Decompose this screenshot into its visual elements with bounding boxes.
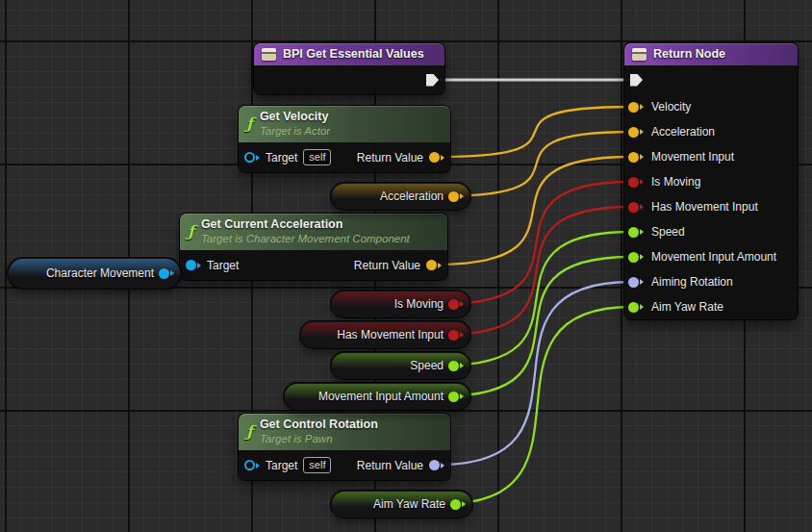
return-pin-row: Acceleration	[624, 119, 798, 144]
output-pin[interactable]	[448, 361, 464, 371]
return-pin-row: Movement Input Amount	[624, 244, 798, 269]
return-value-pin[interactable]	[426, 260, 442, 270]
var-node-acceleration[interactable]: Acceleration	[331, 183, 470, 210]
return-pin-list: VelocityAccelerationMovement InputIs Mov…	[624, 94, 798, 319]
pin-label: Target	[266, 459, 297, 472]
pin-label: Movement Input	[651, 150, 734, 164]
return-pin-row: Speed	[624, 219, 798, 244]
blueprint-graph-canvas[interactable]: BPI Get Essential Values Return Node Vel…	[0, 0, 812, 532]
return-value-pin[interactable]	[429, 460, 444, 470]
output-pin[interactable]	[450, 499, 466, 510]
var-label: Acceleration	[380, 190, 444, 203]
node-header[interactable]: ƒ Get Velocity Target is Actor	[239, 106, 450, 142]
output-pin[interactable]	[448, 191, 464, 202]
target-pin[interactable]	[244, 460, 260, 470]
output-pin[interactable]	[159, 268, 174, 279]
return-pin-row: Aiming Rotation	[624, 269, 798, 294]
input-pin-movement-input[interactable]	[628, 152, 644, 163]
exec-out-pin[interactable]	[426, 74, 439, 87]
input-pin-is-moving[interactable]	[628, 177, 644, 188]
var-node-has-movement-input[interactable]: Has Movement Input	[300, 321, 470, 348]
pin-label: Has Movement Input	[651, 200, 758, 214]
self-context-box[interactable]: self	[303, 149, 331, 165]
var-label: Is Moving	[394, 297, 444, 311]
output-pin[interactable]	[448, 299, 464, 310]
node-header[interactable]: ƒ Get Current Acceleration Target is Cha…	[180, 214, 447, 250]
function-icon: ƒ	[188, 225, 194, 239]
pin-label: Aiming Rotation	[651, 275, 733, 289]
node-subtitle: Target is Actor	[260, 124, 330, 139]
input-pin-acceleration[interactable]	[628, 127, 644, 138]
var-label: Character Movement	[46, 266, 154, 280]
node-title: Get Control Rotation	[260, 417, 378, 432]
pin-label: Movement Input Amount	[651, 250, 776, 264]
node-return[interactable]: Return Node VelocityAccelerationMovement…	[624, 43, 798, 319]
function-icon: ƒ	[246, 117, 253, 131]
wire-speed[interactable]	[442, 232, 631, 366]
function-result-icon	[632, 48, 647, 61]
input-pin-velocity[interactable]	[628, 102, 644, 113]
node-title: BPI Get Essential Values	[283, 46, 424, 62]
wire-has-movement-input[interactable]	[442, 207, 631, 335]
return-pin-row: Is Moving	[624, 169, 798, 194]
var-label: Speed	[410, 359, 444, 372]
input-pin-speed[interactable]	[628, 227, 644, 238]
node-get-current-acceleration[interactable]: ƒ Get Current Acceleration Target is Cha…	[180, 214, 447, 280]
var-node-is-moving[interactable]: Is Moving	[331, 291, 470, 317]
pin-label: Acceleration	[651, 125, 715, 139]
wire-acceleration[interactable]	[442, 132, 631, 196]
input-pin-aim-yaw-rate[interactable]	[628, 302, 644, 313]
wire-is-moving[interactable]	[442, 182, 631, 304]
node-title: Get Current Acceleration	[201, 216, 410, 232]
pin-label: Velocity	[651, 100, 691, 114]
return-pin-row: Movement Input	[624, 144, 798, 169]
var-label: Aim Yaw Rate	[373, 497, 445, 511]
var-node-speed[interactable]: Speed	[331, 352, 470, 379]
return-pin-row: Has Movement Input	[624, 194, 798, 219]
var-label: Movement Input Amount	[318, 390, 444, 403]
target-pin[interactable]	[244, 152, 260, 163]
node-get-velocity[interactable]: ƒ Get Velocity Target is Actor Target se…	[239, 106, 450, 172]
return-pin-row: Aim Yaw Rate	[624, 294, 798, 319]
return-value-pin[interactable]	[429, 152, 444, 163]
node-title: Return Node	[653, 46, 725, 62]
pin-label: Speed	[651, 225, 685, 239]
var-node-character-movement[interactable]: Character Movement	[8, 258, 181, 289]
input-pin-movement-input-amount[interactable]	[628, 252, 644, 263]
pin-label: Target	[207, 259, 239, 272]
interface-function-icon	[262, 48, 276, 61]
self-context-box[interactable]: self	[303, 457, 331, 473]
wire-aim-yaw-rate[interactable]	[444, 307, 631, 504]
pin-label: Return Value	[357, 459, 423, 472]
var-node-movement-input-amount[interactable]: Movement Input Amount	[284, 383, 470, 410]
output-pin[interactable]	[448, 330, 464, 341]
node-title: Get Velocity	[260, 109, 330, 124]
var-label: Has Movement Input	[337, 328, 444, 342]
input-pin-has-movement-input[interactable]	[628, 202, 644, 213]
node-get-control-rotation[interactable]: ƒ Get Control Rotation Target is Pawn Ta…	[239, 414, 450, 480]
output-pin[interactable]	[448, 392, 464, 402]
pin-label: Return Value	[357, 151, 423, 165]
var-node-aim-yaw-rate[interactable]: Aim Yaw Rate	[331, 491, 472, 518]
node-subtitle: Target is Character Movement Component	[201, 232, 410, 246]
node-header[interactable]: ƒ Get Control Rotation Target is Pawn	[239, 414, 450, 450]
exec-in-pin[interactable]	[630, 74, 643, 87]
node-header[interactable]: Return Node	[624, 43, 798, 65]
input-pin-aiming-rotation[interactable]	[628, 277, 644, 288]
pin-label: Aim Yaw Rate	[651, 300, 723, 314]
pin-label: Is Moving	[651, 175, 700, 189]
node-subtitle: Target is Pawn	[260, 432, 378, 446]
node-header[interactable]: BPI Get Essential Values	[254, 43, 444, 65]
node-bpi-get-essential-values[interactable]: BPI Get Essential Values	[254, 43, 444, 94]
function-icon: ƒ	[246, 425, 253, 439]
pin-label: Return Value	[354, 259, 420, 272]
target-pin[interactable]	[186, 260, 201, 270]
return-pin-row: Velocity	[624, 94, 798, 119]
pin-label: Target	[266, 151, 297, 165]
